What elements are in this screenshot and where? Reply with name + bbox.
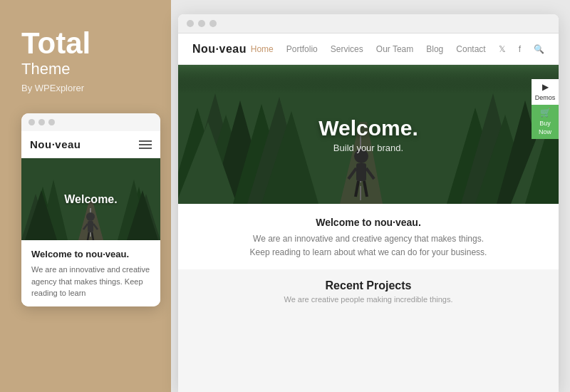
left-panel: Total Theme By WPExplorer Nou·veau [0, 0, 171, 392]
mobile-content: Welcome to nou·veau. We are an innovativ… [21, 240, 160, 306]
mobile-dot-3 [48, 119, 55, 125]
mobile-content-text: We are an innovative and creative agency… [31, 264, 150, 299]
nav-link-home[interactable]: Home [251, 44, 274, 54]
buy-now-label: Buy Now [534, 120, 556, 136]
cart-icon: 🛒 [540, 108, 551, 119]
brand-title: Total [21, 29, 90, 58]
below-hero-text-2: Keep reading to learn about what we can … [192, 246, 544, 259]
desktop-nav: Nou·veau Home Portfolio Services Our Tea… [178, 33, 559, 65]
mobile-dot-1 [28, 119, 35, 125]
nav-link-our-team[interactable]: Our Team [376, 44, 413, 54]
browser-dot-2 [198, 20, 205, 27]
mobile-content-title: Welcome to nou·veau. [31, 249, 150, 259]
twitter-icon[interactable]: 𝕏 [499, 44, 506, 54]
hero-text-block: Welcome. Build your brand. [318, 116, 418, 153]
brand-subtitle: Theme [21, 60, 90, 78]
demos-label: Demos [535, 94, 556, 103]
hamburger-icon[interactable] [139, 140, 152, 149]
below-hero-text-1: We are an innovative and creative agency… [192, 232, 544, 246]
below-hero-section: Welcome to nou·veau. We are an innovativ… [178, 204, 559, 269]
mobile-nav-logo: Nou·veau [30, 138, 81, 150]
right-panel: Nou·veau Home Portfolio Services Our Tea… [171, 0, 570, 392]
browser-content: Nou·veau Home Portfolio Services Our Tea… [178, 33, 559, 392]
search-icon[interactable]: 🔍 [534, 44, 544, 54]
browser-dot-3 [209, 20, 217, 27]
recent-projects-title: Recent Projects [192, 279, 544, 292]
desktop-nav-logo: Nou·veau [192, 43, 247, 56]
below-hero-title: Welcome to nou·veau. [192, 217, 544, 228]
nav-link-services[interactable]: Services [331, 44, 363, 54]
nav-link-portfolio[interactable]: Portfolio [286, 44, 318, 54]
recent-projects-section: Recent Projects We are creative people m… [178, 269, 559, 392]
mobile-nav: Nou·veau [21, 131, 160, 158]
hero-tagline-text: Build your brand. [318, 143, 418, 153]
mobile-dot-2 [38, 119, 45, 125]
facebook-icon[interactable]: f [519, 44, 521, 54]
buy-now-button[interactable]: 🛒 Buy Now [532, 105, 559, 139]
desktop-hero: ▶ Demos 🛒 Buy Now Welcome. Build your br… [178, 65, 559, 204]
brand-byline: By WPExplorer [21, 83, 90, 93]
mobile-hero-text: Welcome. [64, 193, 117, 206]
desktop-nav-links: Home Portfolio Services Our Team Blog Co… [251, 44, 544, 54]
browser-window: Nou·veau Home Portfolio Services Our Tea… [178, 14, 559, 392]
demos-icon: ▶ [542, 82, 549, 93]
side-buttons: ▶ Demos 🛒 Buy Now [532, 79, 559, 139]
mobile-mockup: Nou·veau [21, 113, 160, 306]
recent-projects-subtitle: We are creative people making incredible… [192, 295, 544, 304]
svg-rect-13 [88, 221, 93, 232]
brand-title-block: Total Theme By WPExplorer [21, 29, 90, 93]
demos-button[interactable]: ▶ Demos [532, 79, 559, 105]
mobile-hero: Welcome. [21, 158, 160, 240]
svg-rect-38 [356, 163, 366, 181]
svg-point-12 [86, 212, 95, 221]
browser-dot-1 [187, 20, 194, 27]
nav-link-contact[interactable]: Contact [456, 44, 485, 54]
nav-link-blog[interactable]: Blog [426, 44, 443, 54]
hero-welcome-text: Welcome. [318, 116, 418, 140]
svg-rect-43 [178, 65, 559, 93]
mobile-top-bar [21, 113, 160, 131]
browser-top-bar [178, 14, 559, 33]
